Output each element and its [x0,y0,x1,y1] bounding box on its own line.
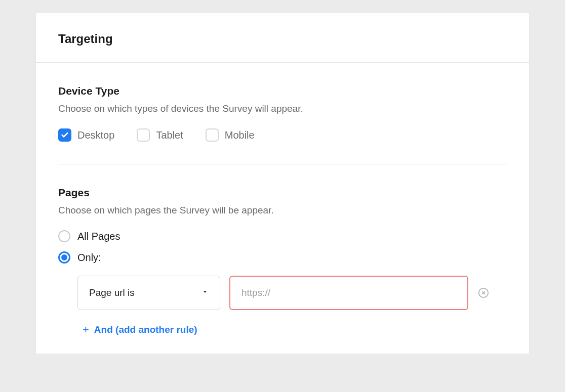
device-type-title: Device Type [58,85,507,97]
pages-radio-only-label: Only: [77,252,101,264]
device-mobile-checkbox[interactable] [206,128,219,142]
pages-title: Pages [58,187,507,199]
device-type-description: Choose on which types of devices the Sur… [58,103,507,114]
pages-radio-all-input[interactable] [58,230,70,242]
remove-rule-button[interactable] [477,287,490,299]
pages-description: Choose on which pages the Survey will be… [58,205,507,216]
device-desktop-label: Desktop [77,129,114,141]
device-type-options: Desktop Tablet Mobile [58,128,507,142]
pages-radio-only-input[interactable] [58,251,70,264]
pages-radio-all[interactable]: All Pages [58,230,507,242]
device-mobile-label: Mobile [225,129,255,141]
page-rule-condition-select[interactable]: Page url is [77,276,220,310]
card-title: Targeting [58,32,507,46]
card-body: Device Type Choose on which types of dev… [36,63,529,354]
page-rule-row: Page url is [77,276,507,310]
page-rule-url-input[interactable] [229,276,468,310]
device-desktop-option[interactable]: Desktop [58,128,114,142]
pages-radio-group: All Pages Only: [58,230,507,264]
device-desktop-checkbox[interactable] [58,128,71,142]
chevron-down-icon [201,288,209,297]
device-mobile-option[interactable]: Mobile [206,128,255,142]
device-tablet-option[interactable]: Tablet [137,128,183,142]
device-tablet-label: Tablet [156,129,183,141]
add-rule-button[interactable]: + And (add another rule) [83,324,507,335]
targeting-card: Targeting Device Type Choose on which ty… [35,12,530,354]
close-circle-icon [478,287,489,298]
pages-radio-all-label: All Pages [77,231,120,242]
add-rule-label: And (add another rule) [94,324,197,335]
pages-radio-only[interactable]: Only: [58,251,507,264]
section-divider [58,164,507,164]
plus-icon: + [83,324,89,335]
device-tablet-checkbox[interactable] [137,128,150,142]
device-type-section: Device Type Choose on which types of dev… [58,85,507,142]
page-rule-condition-label: Page url is [89,287,135,298]
card-header: Targeting [36,13,529,63]
pages-section: Pages Choose on which pages the Survey w… [58,187,507,335]
checkmark-icon [61,131,69,139]
